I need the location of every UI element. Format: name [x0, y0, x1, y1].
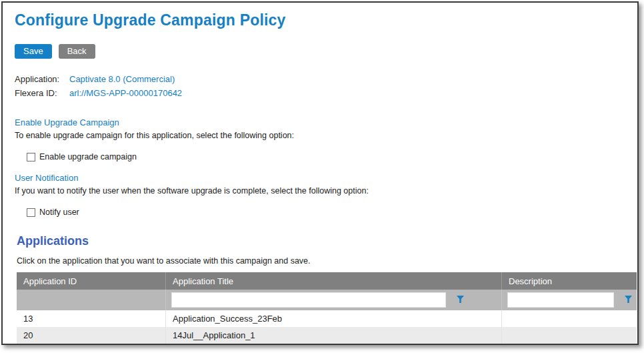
- flexera-id-link[interactable]: arl://MGS-APP-00000170642: [69, 86, 182, 100]
- applications-table: Application ID Application Title Descrip…: [17, 272, 637, 344]
- enable-upgrade-campaign-description: To enable upgrade campaign for this appl…: [15, 131, 625, 141]
- applications-heading: Applications: [17, 234, 625, 248]
- filter-cell-application-title: [165, 290, 501, 310]
- filter-cell-application-id: [17, 290, 165, 310]
- application-row: Application: Captivate 8.0 (Commercial): [15, 72, 625, 86]
- save-button[interactable]: Save: [15, 44, 52, 59]
- applications-table-header: Application ID Application Title Descrip…: [17, 272, 637, 290]
- application-title-filter-button[interactable]: [456, 295, 465, 306]
- column-header-description[interactable]: Description: [501, 272, 637, 290]
- notify-user-checkbox-row: Notify user: [27, 207, 625, 218]
- description-filter-button[interactable]: [624, 295, 633, 306]
- application-title-filter-input[interactable]: [171, 292, 446, 308]
- flexera-id-label: Flexera ID:: [15, 86, 69, 100]
- user-notification-description: If you want to notify the user when the …: [15, 186, 625, 196]
- toolbar: Save Back: [15, 44, 625, 59]
- application-info: Application: Captivate 8.0 (Commercial) …: [15, 72, 625, 100]
- cell-description: [501, 310, 637, 327]
- page-title: Configure Upgrade Campaign Policy: [15, 11, 625, 29]
- description-filter-input[interactable]: [507, 292, 614, 308]
- notify-user-checkbox[interactable]: [27, 208, 35, 217]
- enable-upgrade-campaign-checkbox[interactable]: [27, 153, 35, 161]
- column-header-application-title[interactable]: Application Title: [165, 272, 501, 290]
- table-row[interactable]: 20 14Jul__Application_1: [17, 327, 637, 344]
- back-button[interactable]: Back: [59, 44, 95, 59]
- application-label: Application:: [15, 72, 69, 86]
- cell-application-title: Application_Success_23Feb: [165, 310, 501, 327]
- applications-description: Click on the application that you want t…: [17, 256, 625, 266]
- applications-table-filter-row: [17, 290, 637, 310]
- user-notification-heading: User Notification: [15, 173, 625, 184]
- table-row[interactable]: 13 Application_Success_23Feb: [17, 310, 637, 327]
- filter-icon: [456, 295, 465, 306]
- enable-upgrade-campaign-heading: Enable Upgrade Campaign: [15, 117, 625, 128]
- flexera-id-row: Flexera ID: arl://MGS-APP-00000170642: [15, 86, 625, 100]
- cell-application-title: 14Jul__Application_1: [165, 327, 501, 344]
- configure-upgrade-campaign-window: Configure Upgrade Campaign Policy Save B…: [1, 1, 639, 345]
- enable-upgrade-campaign-checkbox-label: Enable upgrade campaign: [39, 152, 137, 161]
- filter-cell-description: [501, 290, 637, 310]
- cell-application-id: 20: [17, 327, 165, 344]
- application-link[interactable]: Captivate 8.0 (Commercial): [69, 72, 175, 86]
- notify-user-checkbox-label: Notify user: [39, 208, 79, 217]
- enable-upgrade-campaign-checkbox-row: Enable upgrade campaign: [27, 151, 625, 162]
- cell-description: [501, 327, 637, 344]
- cell-application-id: 13: [17, 310, 165, 327]
- filter-icon: [624, 295, 633, 306]
- column-header-application-id[interactable]: Application ID: [17, 272, 165, 290]
